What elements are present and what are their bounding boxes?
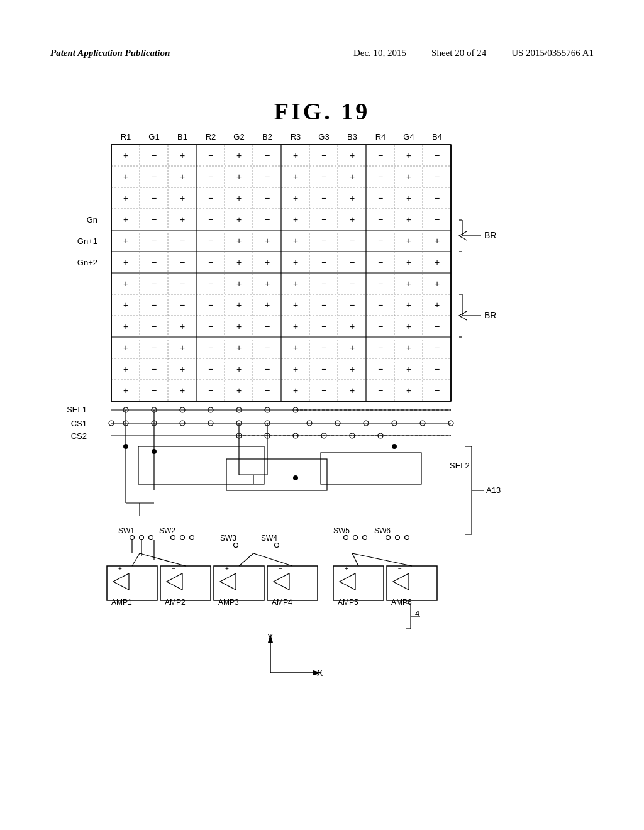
svg-text:+: + [406,236,411,246]
svg-text:−: − [208,385,213,396]
svg-text:−: − [152,257,157,267]
svg-rect-291 [387,566,437,600]
svg-text:−: − [265,172,270,182]
svg-text:−: − [208,193,213,203]
svg-rect-279 [214,566,264,600]
svg-point-264 [344,536,348,540]
svg-text:G1: G1 [148,132,159,141]
svg-text:−: − [321,172,326,182]
svg-text:−: − [321,385,326,396]
svg-text:+: + [236,257,242,267]
svg-text:+: + [236,150,242,160]
svg-text:SW6: SW6 [374,526,391,535]
svg-text:+: + [265,300,270,310]
svg-text:SW3: SW3 [220,534,236,543]
svg-text:+: + [123,300,128,310]
svg-text:−: − [321,279,326,289]
svg-rect-275 [160,566,211,600]
svg-text:A13: A13 [486,485,501,495]
svg-point-232 [293,475,298,480]
svg-text:+: + [293,193,298,203]
svg-point-258 [190,536,194,540]
svg-marker-272 [113,573,129,590]
svg-text:−: − [435,343,440,353]
svg-text:−: − [152,321,157,331]
svg-text:+: + [406,193,411,203]
svg-text:−: − [279,565,282,572]
svg-text:+: + [123,172,128,182]
svg-text:−: − [265,214,270,224]
svg-text:+: + [350,343,355,353]
svg-text:4: 4 [415,609,419,618]
svg-text:−: − [321,343,326,353]
svg-text:+: + [118,565,122,572]
header-right: Dec. 10, 2015 Sheet 20 of 24 US 2015/035… [353,48,594,58]
svg-text:+: + [293,150,298,160]
svg-text:−: − [321,364,326,374]
svg-text:−: − [435,193,440,203]
svg-point-256 [171,536,175,540]
svg-point-268 [386,536,391,540]
svg-text:+: + [236,321,242,331]
svg-text:−: − [435,214,440,224]
svg-text:+: + [123,257,128,267]
svg-text:−: − [152,172,157,182]
svg-text:−: − [152,385,157,396]
svg-text:+: + [123,364,128,374]
svg-rect-271 [107,566,157,600]
svg-text:+: + [293,257,298,267]
svg-text:−: − [350,279,355,289]
svg-text:−: − [435,364,440,374]
svg-text:+: + [180,364,185,374]
svg-point-260 [234,543,238,548]
svg-point-257 [180,536,185,540]
svg-text:−: − [208,150,213,160]
svg-text:R4: R4 [375,132,386,141]
svg-text:+: + [123,343,128,353]
svg-rect-287 [333,566,384,600]
svg-text:+: + [265,279,270,289]
svg-text:+: + [293,172,298,182]
svg-text:−: − [208,257,213,267]
svg-text:−: − [378,343,383,353]
svg-text:+: + [236,343,242,353]
svg-text:+: + [293,385,298,396]
svg-text:SW1: SW1 [118,526,135,535]
svg-text:+: + [236,236,242,246]
svg-text:−: − [378,236,383,246]
svg-text:BR: BR [484,230,496,240]
svg-text:+: + [435,236,440,246]
sheet-info: Sheet 20 of 24 [431,48,486,58]
svg-text:+: + [350,150,355,160]
svg-text:AMP2: AMP2 [165,598,186,607]
svg-point-266 [363,536,367,540]
svg-text:−: − [321,257,326,267]
svg-marker-276 [167,573,182,590]
svg-text:Gn+1: Gn+1 [77,236,97,246]
svg-text:−: − [321,321,326,331]
pub-date: Dec. 10, 2015 [353,48,406,58]
svg-point-265 [353,536,358,540]
svg-text:R3: R3 [291,132,301,141]
svg-text:+: + [350,214,355,224]
svg-text:−: − [208,300,213,310]
svg-text:−: − [350,236,355,246]
svg-text:+: + [350,364,355,374]
svg-text:SW5: SW5 [333,526,350,535]
svg-text:+: + [265,236,270,246]
svg-text:−: − [378,385,383,396]
svg-text:+: + [293,343,298,353]
svg-text:+: + [236,364,242,374]
svg-text:+: + [123,214,128,224]
svg-text:−: − [435,321,440,331]
header: Patent Application Publication Dec. 10, … [0,48,644,58]
svg-text:−: − [152,300,157,310]
svg-text:B1: B1 [177,132,187,141]
svg-line-296 [140,553,186,566]
svg-text:BR: BR [484,310,496,320]
svg-point-252 [130,536,135,540]
svg-text:+: + [406,172,411,182]
svg-text:+: + [406,279,411,289]
svg-text:−: − [265,193,270,203]
svg-text:+: + [236,214,242,224]
